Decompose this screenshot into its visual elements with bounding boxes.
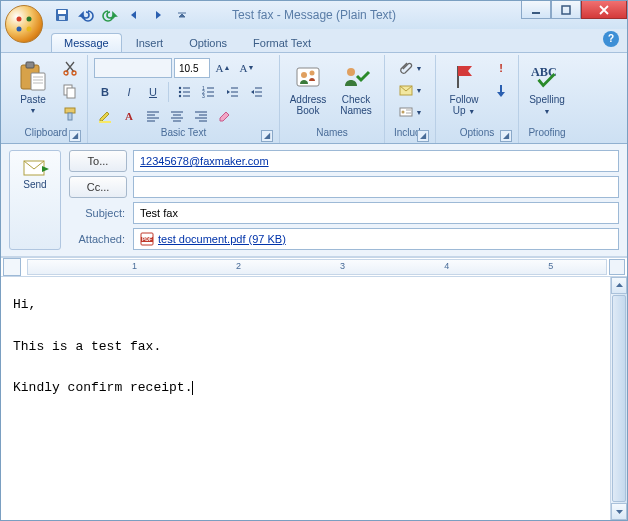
to-field[interactable]: 12345678@faxmaker.com xyxy=(133,150,619,172)
window-title: Test fax - Message (Plain Text) xyxy=(232,8,396,22)
help-icon[interactable]: ? xyxy=(603,31,619,47)
svg-point-55 xyxy=(347,68,355,76)
group-label-clipboard: Clipboard xyxy=(25,127,68,138)
ribbon: Paste ▼ Clipboard◢ 10.5 A▲ A▼ xyxy=(1,52,627,144)
bullets-button[interactable] xyxy=(173,81,195,103)
chevron-down-icon: ▼ xyxy=(30,107,37,114)
dialog-launcher-icon[interactable]: ◢ xyxy=(69,130,81,142)
ruler: 1 2 3 4 5 xyxy=(1,257,627,277)
svg-text:PDF: PDF xyxy=(142,236,152,242)
decrease-indent-button[interactable] xyxy=(221,81,243,103)
subject-field[interactable]: Test fax xyxy=(133,202,619,224)
ruler-scale[interactable]: 1 2 3 4 5 xyxy=(27,259,607,275)
svg-rect-5 xyxy=(58,10,66,14)
svg-point-3 xyxy=(27,27,32,32)
qat-customize-icon[interactable] xyxy=(171,4,193,26)
undo-icon[interactable] xyxy=(75,4,97,26)
clear-formatting-button[interactable] xyxy=(214,105,236,127)
bold-button[interactable]: B xyxy=(94,81,116,103)
scroll-thumb[interactable] xyxy=(612,295,626,502)
dialog-launcher-icon[interactable]: ◢ xyxy=(261,130,273,142)
attachment-chip[interactable]: PDF test document.pdf (97 KB) xyxy=(140,232,286,246)
font-color-button[interactable]: A xyxy=(118,105,140,127)
quick-access-toolbar xyxy=(51,4,193,26)
dialog-launcher-icon[interactable]: ◢ xyxy=(417,130,429,142)
svg-rect-20 xyxy=(68,113,72,120)
tab-insert[interactable]: Insert xyxy=(124,34,176,52)
tab-selector[interactable] xyxy=(3,258,21,276)
svg-point-53 xyxy=(301,72,307,78)
dialog-launcher-icon[interactable]: ◢ xyxy=(500,130,512,142)
svg-rect-18 xyxy=(67,88,75,98)
font-name-combo[interactable] xyxy=(94,58,172,78)
tab-format-text[interactable]: Format Text xyxy=(241,34,323,52)
address-book-button[interactable]: AddressBook xyxy=(286,57,330,125)
cc-button[interactable]: Cc... xyxy=(69,176,127,198)
high-importance-button[interactable]: ! xyxy=(490,57,512,79)
cc-field[interactable] xyxy=(133,176,619,198)
ruler-toggle-button[interactable] xyxy=(609,259,625,275)
redo-icon[interactable] xyxy=(99,4,121,26)
svg-rect-7 xyxy=(532,12,540,14)
check-names-button[interactable]: CheckNames xyxy=(334,57,378,125)
group-label-options: Options xyxy=(460,127,494,138)
format-painter-button[interactable] xyxy=(59,103,81,125)
svg-rect-19 xyxy=(65,108,75,113)
prev-item-icon[interactable] xyxy=(123,4,145,26)
group-label-basictext: Basic Text xyxy=(161,127,206,138)
close-button[interactable] xyxy=(581,1,627,19)
to-button[interactable]: To... xyxy=(69,150,127,172)
attach-item-button[interactable]: ▼ xyxy=(391,79,429,101)
window-controls xyxy=(521,1,627,19)
paste-button[interactable]: Paste ▼ xyxy=(11,57,55,125)
tab-options[interactable]: Options xyxy=(177,34,239,52)
send-button[interactable]: Send xyxy=(9,150,61,250)
align-center-button[interactable] xyxy=(166,105,188,127)
font-size-combo[interactable]: 10.5 xyxy=(174,58,210,78)
maximize-button[interactable] xyxy=(551,1,581,19)
attach-file-button[interactable]: ▼ xyxy=(391,57,429,79)
spelling-icon: ABC xyxy=(531,60,563,92)
business-card-button[interactable]: ▼ xyxy=(391,101,429,123)
align-right-button[interactable] xyxy=(190,105,212,127)
copy-button[interactable] xyxy=(59,80,81,102)
increase-indent-button[interactable] xyxy=(245,81,267,103)
svg-rect-8 xyxy=(562,6,570,14)
low-importance-button[interactable] xyxy=(490,80,512,102)
send-icon xyxy=(20,157,50,179)
vertical-scrollbar[interactable] xyxy=(610,277,627,520)
svg-text:3: 3 xyxy=(202,93,205,99)
paste-icon xyxy=(17,60,49,92)
svg-point-15 xyxy=(64,71,68,75)
message-body[interactable]: Hi, This is a test fax. Kindly confirm r… xyxy=(1,277,610,520)
follow-up-button[interactable]: FollowUp ▼ xyxy=(442,57,486,125)
svg-rect-11 xyxy=(31,73,45,90)
check-names-icon xyxy=(340,60,372,92)
group-basic-text: 10.5 A▲ A▼ B I U 123 A xyxy=(88,55,280,143)
cut-button[interactable] xyxy=(59,57,81,79)
shrink-font-button[interactable]: A▼ xyxy=(236,57,258,79)
highlight-button[interactable] xyxy=(94,105,116,127)
scroll-up-button[interactable] xyxy=(611,277,627,294)
attached-label: Attached: xyxy=(69,233,127,245)
align-left-button[interactable] xyxy=(142,105,164,127)
svg-point-23 xyxy=(179,91,181,93)
numbering-button[interactable]: 123 xyxy=(197,81,219,103)
minimize-button[interactable] xyxy=(521,1,551,19)
tab-message[interactable]: Message xyxy=(51,33,122,52)
svg-point-54 xyxy=(310,71,315,76)
attached-field[interactable]: PDF test document.pdf (97 KB) xyxy=(133,228,619,250)
scroll-down-button[interactable] xyxy=(611,503,627,520)
italic-button[interactable]: I xyxy=(118,81,140,103)
grow-font-button[interactable]: A▲ xyxy=(212,57,234,79)
group-clipboard: Paste ▼ Clipboard◢ xyxy=(5,55,88,143)
next-item-icon[interactable] xyxy=(147,4,169,26)
save-icon[interactable] xyxy=(51,4,73,26)
ribbon-tabs: Message Insert Options Format Text ? xyxy=(1,29,627,52)
message-body-area: Hi, This is a test fax. Kindly confirm r… xyxy=(1,277,627,520)
svg-point-25 xyxy=(179,95,181,97)
underline-button[interactable]: U xyxy=(142,81,164,103)
office-button[interactable] xyxy=(5,5,43,43)
spelling-button[interactable]: ABC Spelling▼ xyxy=(525,57,569,125)
svg-rect-39 xyxy=(99,121,111,123)
